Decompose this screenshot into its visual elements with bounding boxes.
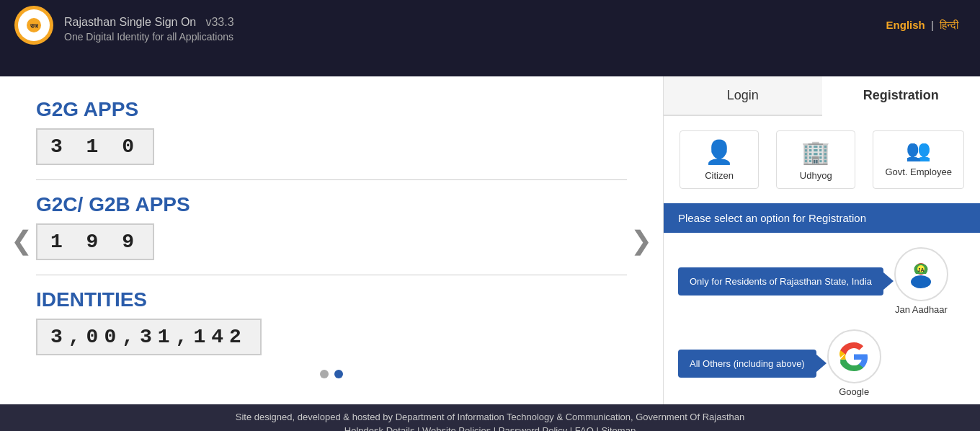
- identities-section: IDENTITIES 3,00,31,142: [36, 288, 627, 355]
- g2g-count: 3 1 0: [36, 128, 154, 165]
- footer-line2: Helpdesk Details | Website Policies | Pa…: [0, 425, 980, 431]
- sitemap-link[interactable]: Sitemap: [601, 425, 636, 431]
- google-label: Google: [839, 386, 869, 397]
- footer: Site designed, developed & hosted by Dep…: [0, 404, 980, 431]
- google-logo[interactable]: [827, 329, 881, 383]
- citizen-label: Citizen: [705, 170, 734, 181]
- divider-2: [36, 275, 627, 275]
- header-text: Rajasthan Single Sign On v33.3 One Digit…: [64, 9, 234, 43]
- left-panel: ❮ ❯ G2G APPS 3 1 0 G2C/ G2B APPS 1 9 9 I…: [0, 76, 663, 404]
- footer-wrap: Site designed, developed & hosted by Dep…: [0, 404, 980, 431]
- registration-options: 👤 Citizen 🏢 Udhyog 👥 Govt. Employee: [664, 116, 980, 196]
- jan-aadhaar-logo[interactable]: JA: [894, 247, 948, 301]
- udhyog-icon: 🏢: [801, 138, 830, 166]
- google-button[interactable]: All Others (including above): [678, 350, 816, 378]
- g2c-section: G2C/ G2B APPS 1 9 9: [36, 193, 627, 260]
- govt-employee-icon: 👥: [906, 138, 931, 162]
- divider-1: [36, 179, 627, 180]
- tab-registration[interactable]: Registration: [822, 76, 981, 116]
- faq-link[interactable]: FAQ: [575, 425, 594, 431]
- g2g-label: G2G APPS: [36, 98, 627, 121]
- citizen-option[interactable]: 👤 Citizen: [680, 130, 759, 189]
- govt-employee-label: Govt. Employee: [885, 166, 952, 177]
- jan-aadhaar-label: Jan Aadhaar: [895, 304, 948, 315]
- site-title: Rajasthan Single Sign On v33.3: [64, 9, 234, 31]
- lang-english[interactable]: English: [886, 19, 925, 31]
- jan-aadhaar-row: Only for Residents of Rajasthan State, I…: [664, 240, 980, 322]
- helpdesk-link[interactable]: Helpdesk Details: [344, 425, 415, 431]
- registration-prompt: Please select an option for Registration: [664, 203, 980, 233]
- carousel-prev-button[interactable]: ❮: [4, 226, 40, 256]
- g2c-label: G2C/ G2B APPS: [36, 193, 627, 216]
- password-policy-link[interactable]: Password Policy: [499, 425, 567, 431]
- jan-aadhaar-logo-col[interactable]: JA Jan Aadhaar: [894, 247, 948, 315]
- identities-count: 3,00,31,142: [36, 319, 262, 355]
- citizen-icon: 👤: [705, 138, 734, 166]
- udhyog-option[interactable]: 🏢 Udhyog: [776, 130, 855, 189]
- ticker-text: ❋ Official mobile app of RajSSO. Please …: [0, 58, 980, 69]
- right-panel: Login Registration 👤 Citizen 🏢 Udhyog 👥 …: [663, 76, 980, 404]
- svg-text:राज: राज: [30, 23, 39, 30]
- g2g-section: G2G APPS 3 1 0: [36, 98, 627, 165]
- govt-employee-option[interactable]: 👥 Govt. Employee: [873, 130, 964, 189]
- lang-hindi[interactable]: हिन्दी: [940, 19, 958, 31]
- main-container: ❮ ❯ G2G APPS 3 1 0 G2C/ G2B APPS 1 9 9 I…: [0, 76, 980, 404]
- g2c-count: 1 9 9: [36, 223, 154, 260]
- carousel-dots: [36, 370, 627, 378]
- header: राज Rajasthan Single Sign On v33.3 One D…: [0, 0, 980, 50]
- svg-text:JA: JA: [917, 267, 924, 272]
- site-subtitle: One Digital Identity for all Application…: [64, 31, 234, 43]
- tab-login[interactable]: Login: [664, 76, 822, 115]
- ticker-bar: ❋ Official mobile app of RajSSO. Please …: [0, 50, 980, 76]
- website-policies-link[interactable]: Website Policies: [422, 425, 491, 431]
- identities-label: IDENTITIES: [36, 288, 627, 311]
- footer-line1: Site designed, developed & hosted by Dep…: [0, 412, 980, 422]
- carousel-next-button[interactable]: ❯: [623, 226, 659, 256]
- language-switcher[interactable]: English | हिन्दी: [886, 19, 958, 32]
- svg-point-6: [911, 275, 931, 288]
- tab-bar: Login Registration: [664, 76, 980, 116]
- dot-1[interactable]: [320, 370, 329, 378]
- udhyog-label: Udhyog: [800, 170, 832, 181]
- dot-2[interactable]: [334, 370, 343, 378]
- jan-aadhaar-button[interactable]: Only for Residents of Rajasthan State, I…: [678, 267, 883, 296]
- logo: राज: [14, 6, 54, 45]
- google-row: All Others (including above) Google: [664, 322, 980, 404]
- google-logo-col[interactable]: Google: [827, 329, 881, 397]
